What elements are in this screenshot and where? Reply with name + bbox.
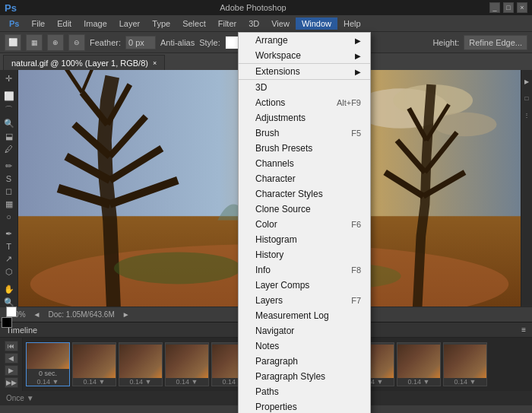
tl-play[interactable]: ▶ bbox=[5, 365, 18, 376]
background-color[interactable] bbox=[6, 307, 17, 317]
brush-shortcut: F5 bbox=[351, 129, 361, 138]
menu-type[interactable]: Type bbox=[146, 17, 176, 30]
menu-measurement-log[interactable]: Measurement Log bbox=[239, 308, 370, 323]
menu-filter[interactable]: Filter bbox=[212, 17, 242, 30]
menu-channels[interactable]: Channels bbox=[239, 156, 370, 171]
status-arrows[interactable]: ◄ bbox=[33, 310, 41, 319]
tl-next-frame[interactable]: ▶▶ bbox=[5, 377, 18, 388]
loop-label[interactable]: Once ▼ bbox=[6, 394, 34, 402]
tool-path-select[interactable]: ↗ bbox=[1, 253, 17, 265]
menu-help[interactable]: Help bbox=[337, 17, 367, 30]
menu-bar: Ps File Edit Image Layer Type Select Fil… bbox=[0, 15, 532, 32]
right-panel: ▶ □ ⋮ bbox=[521, 70, 532, 307]
menu-3d[interactable]: 3D bbox=[239, 80, 370, 95]
minimize-button[interactable]: _ bbox=[489, 2, 500, 13]
foreground-color[interactable] bbox=[2, 317, 12, 328]
menu-layer-comps[interactable]: Layer Comps bbox=[239, 278, 370, 293]
timeline-frame-2[interactable]: 0.14 ▼ bbox=[119, 342, 163, 386]
frame-duration-0[interactable]: 0.14 ▼ bbox=[27, 378, 69, 386]
tool-quick-select[interactable]: 🔍 bbox=[1, 118, 17, 129]
title-bar: Ps Adobe Photoshop _ □ × bbox=[0, 0, 532, 15]
tool-gradient[interactable]: ▦ bbox=[1, 199, 17, 210]
timeline-menu-icon[interactable]: ≡ bbox=[521, 326, 526, 334]
menu-arrange[interactable]: Arrange ▶ bbox=[239, 33, 370, 48]
timeline-frame-3[interactable]: 0.14 ▼ bbox=[165, 342, 209, 386]
frame-thumbnail-0 bbox=[27, 343, 69, 369]
menu-extensions[interactable]: Extensions ▶ bbox=[239, 64, 370, 79]
extensions-label: Extensions bbox=[255, 66, 300, 77]
menu-character-styles[interactable]: Character Styles bbox=[239, 186, 370, 202]
menu-view[interactable]: View bbox=[265, 17, 296, 30]
tool-hand[interactable]: ✋ bbox=[1, 284, 17, 295]
menu-section-2: Extensions ▶ bbox=[239, 64, 370, 80]
frame-duration-8[interactable]: 0.14 ▼ bbox=[397, 378, 440, 386]
menu-history[interactable]: History bbox=[239, 247, 370, 262]
menu-brush-presets[interactable]: Brush Presets bbox=[239, 141, 370, 156]
timeline-frame-8[interactable]: 0.14 ▼ bbox=[397, 342, 441, 386]
menu-ps[interactable]: Ps bbox=[3, 17, 25, 30]
menu-edit[interactable]: Edit bbox=[51, 17, 78, 30]
frame-duration-2[interactable]: 0.14 ▼ bbox=[119, 378, 162, 386]
frame-thumbnail-1 bbox=[73, 345, 116, 378]
menu-layer[interactable]: Layer bbox=[113, 17, 147, 30]
menu-workspace[interactable]: Workspace ▶ bbox=[239, 48, 370, 63]
menu-select[interactable]: Select bbox=[176, 17, 212, 30]
arrange-label: Arrange bbox=[255, 35, 288, 46]
menu-layers[interactable]: Layers F7 bbox=[239, 293, 370, 308]
menu-image[interactable]: Image bbox=[78, 17, 113, 30]
tool-eyedropper[interactable]: 🖊 bbox=[1, 144, 17, 154]
menu-notes[interactable]: Notes bbox=[239, 338, 370, 354]
menu-navigator[interactable]: Navigator bbox=[239, 323, 370, 338]
window-dropdown-menu[interactable]: Arrange ▶ Workspace ▶ Extensions ▶ 3D Ac… bbox=[238, 32, 371, 413]
active-tab[interactable]: natural.gif @ 100% (Layer 1, RGB/8) × bbox=[3, 55, 165, 70]
tool-eraser[interactable]: ◻ bbox=[1, 186, 17, 197]
tab-close-button[interactable]: × bbox=[153, 59, 157, 67]
feather-input[interactable] bbox=[125, 36, 156, 49]
tool-marquee[interactable]: ⬜ bbox=[1, 91, 17, 102]
menu-actions[interactable]: Actions Alt+F9 bbox=[239, 95, 370, 110]
menu-clone-source[interactable]: Clone Source bbox=[239, 202, 370, 217]
layers-shortcut: F7 bbox=[351, 296, 361, 305]
menu-brush[interactable]: Brush F5 bbox=[239, 125, 370, 141]
menu-paragraph[interactable]: Paragraph bbox=[239, 354, 370, 369]
tl-prev-frame[interactable]: ◀ bbox=[5, 353, 18, 364]
menu-color[interactable]: Color F6 bbox=[239, 217, 370, 232]
menu-info[interactable]: Info F8 bbox=[239, 262, 370, 278]
frame-duration-9[interactable]: 0.14 ▼ bbox=[444, 378, 486, 386]
tl-first-frame[interactable]: ⏮ bbox=[5, 341, 18, 351]
timeline-frame-0[interactable]: 0 sec.0.14 ▼ bbox=[26, 342, 70, 386]
refine-edge-button[interactable]: Refine Edge... bbox=[464, 35, 527, 50]
menu-3d[interactable]: 3D bbox=[242, 17, 265, 30]
menu-file[interactable]: File bbox=[25, 17, 51, 30]
height-label: Height: bbox=[432, 38, 459, 47]
tool-pen[interactable]: ✒ bbox=[1, 228, 17, 240]
status-arrows-right[interactable]: ► bbox=[122, 310, 130, 319]
tool-shape[interactable]: ⬡ bbox=[1, 266, 17, 278]
timeline-frame-1[interactable]: 0.14 ▼ bbox=[72, 342, 116, 386]
workspace-label: Workspace bbox=[255, 50, 301, 61]
menu-paths[interactable]: Paths bbox=[239, 384, 370, 399]
frame-duration-1[interactable]: 0.14 ▼ bbox=[73, 378, 116, 386]
tool-dodge[interactable]: ○ bbox=[1, 211, 17, 222]
menu-paragraph-styles[interactable]: Paragraph Styles bbox=[239, 369, 370, 384]
tool-clone[interactable]: S bbox=[1, 173, 17, 184]
antialias-label: Anti-alias bbox=[160, 38, 195, 47]
tool-type[interactable]: T bbox=[1, 241, 17, 252]
frame-duration-3[interactable]: 0.14 ▼ bbox=[166, 378, 208, 386]
timeline-frame-9[interactable]: 0.14 ▼ bbox=[443, 342, 487, 386]
menu-adjustments[interactable]: Adjustments bbox=[239, 110, 370, 125]
frame-thumbnail-3 bbox=[166, 345, 208, 378]
tool-brush[interactable]: ✏ bbox=[1, 160, 17, 172]
menu-properties[interactable]: Properties bbox=[239, 399, 370, 413]
menu-character[interactable]: Character bbox=[239, 171, 370, 186]
maximize-button[interactable]: □ bbox=[503, 2, 514, 13]
tool-crop[interactable]: ⬓ bbox=[1, 131, 17, 142]
tool-lasso[interactable]: ⌒ bbox=[1, 103, 17, 116]
menu-histogram[interactable]: Histogram bbox=[239, 232, 370, 247]
close-button[interactable]: × bbox=[517, 2, 527, 13]
menu-window[interactable]: Window bbox=[296, 17, 337, 30]
frame-thumbnail-2 bbox=[119, 345, 162, 378]
tool-move[interactable]: ✛ bbox=[1, 73, 17, 84]
marquee-icon-3: ⊖ bbox=[68, 34, 85, 51]
marquee-icon-2: ⊕ bbox=[47, 34, 64, 51]
